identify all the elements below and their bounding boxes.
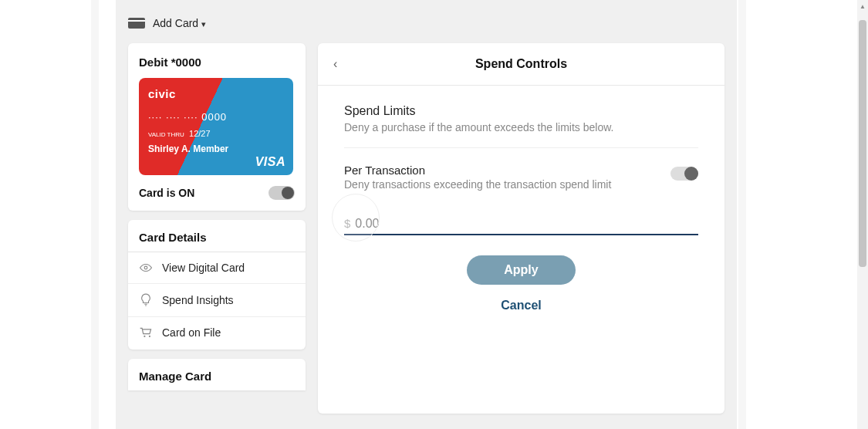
scroll-up-icon: ▲: [860, 3, 866, 10]
chevron-down-icon: ▾: [201, 19, 206, 29]
currency-symbol: $: [344, 217, 350, 230]
per-transaction-title: Per Transaction: [344, 164, 611, 177]
right-panel: ‹ Spend Controls Spend Limits Deny a pur…: [318, 43, 724, 414]
panel-body: Spend Limits Deny a purchase if the amou…: [318, 86, 724, 320]
svg-point-2: [149, 336, 150, 337]
menu-item-card-on-file[interactable]: Card on File: [128, 317, 306, 350]
menu-item-spend-insights[interactable]: Spend Insights: [128, 284, 306, 317]
cart-icon: [139, 326, 153, 339]
panel-header: ‹ Spend Controls: [318, 43, 724, 86]
top-bar: Add Card ▾: [128, 0, 724, 43]
amount-input-row: $: [344, 217, 698, 235]
cancel-button[interactable]: Cancel: [501, 299, 541, 312]
per-transaction-subtitle: Deny transactions exceeding the transact…: [344, 178, 611, 191]
card-details-list: View Digital Card Spend Insights Card on…: [128, 252, 306, 350]
card-details-box: Card Details View Digital Card Spend Ins…: [128, 220, 306, 350]
valid-thru-date: 12/27: [189, 129, 211, 138]
valid-thru-label: VALID THRU: [148, 132, 184, 138]
card-title: Debit *0000: [139, 56, 295, 69]
spend-limits-subtitle: Deny a purchase if the amount exceeds th…: [344, 121, 698, 133]
page-scrollbar[interactable]: ▲: [857, 0, 868, 429]
app-container: Add Card ▾ Debit *0000 civic ···· ···· ·…: [116, 0, 737, 429]
card-status-label: Card is ON: [139, 187, 194, 199]
manage-card-title: Manage Card: [139, 370, 295, 383]
spend-limits-title: Spend Limits: [344, 104, 698, 118]
columns: Debit *0000 civic ···· ···· ···· 0000 VA…: [128, 43, 724, 414]
panel-title: Spend Controls: [333, 57, 709, 71]
svg-point-0: [144, 266, 147, 269]
back-button[interactable]: ‹: [333, 57, 337, 71]
debit-card-graphic: civic ···· ···· ···· 0000 VALID THRU 12/…: [139, 78, 293, 175]
content-left-edge: [91, 0, 99, 429]
card-status-row: Card is ON: [139, 186, 295, 200]
left-column: Debit *0000 civic ···· ···· ···· 0000 VA…: [128, 43, 306, 390]
menu-label: Spend Insights: [162, 294, 234, 306]
card-on-toggle[interactable]: [269, 186, 295, 200]
card-summary-box: Debit *0000 civic ···· ···· ···· 0000 VA…: [128, 43, 306, 211]
per-transaction-toggle[interactable]: [670, 167, 698, 181]
add-card-label: Add Card: [153, 17, 198, 29]
card-icon: [128, 18, 145, 29]
card-details-title: Card Details: [128, 231, 306, 252]
lightbulb-icon: [139, 293, 153, 307]
amount-input[interactable]: [355, 217, 417, 231]
card-network-logo: VISA: [255, 155, 285, 169]
card-number: ···· ···· ···· 0000: [148, 111, 284, 123]
menu-item-view-digital-card[interactable]: View Digital Card: [128, 252, 306, 284]
scrollbar-thumb[interactable]: [859, 20, 866, 267]
content-right-edge: [738, 0, 746, 429]
menu-label: View Digital Card: [162, 262, 245, 274]
card-brand: civic: [148, 87, 284, 100]
per-transaction-text: Per Transaction Deny transactions exceed…: [344, 164, 611, 191]
svg-point-1: [144, 336, 145, 337]
add-card-dropdown[interactable]: Add Card ▾: [153, 17, 206, 29]
apply-button[interactable]: Apply: [467, 255, 575, 285]
card-holder: Shirley A. Member: [148, 144, 284, 154]
manage-card-box: Manage Card: [128, 359, 306, 390]
divider: [344, 147, 698, 148]
menu-label: Card on File: [162, 326, 221, 339]
card-valid-area: VALID THRU 12/27: [148, 129, 284, 139]
eye-icon: [139, 263, 153, 272]
per-transaction-row: Per Transaction Deny transactions exceed…: [344, 164, 698, 191]
